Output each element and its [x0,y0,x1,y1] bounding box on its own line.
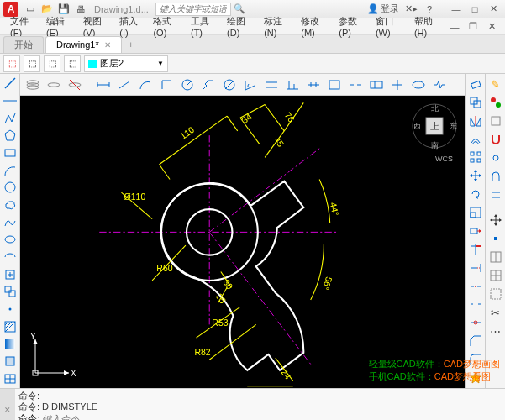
magnet-tool[interactable] [487,131,504,148]
menu-help[interactable]: 帮助(H) [409,13,445,39]
chamfer-tool[interactable] [467,333,484,349]
hatch-tool[interactable] [2,318,18,334]
stretch-tool[interactable] [467,223,484,239]
constraint-tool[interactable] [487,186,504,203]
region-tool[interactable] [2,354,18,370]
menu-draw[interactable]: 绘图(D) [222,13,257,39]
maximize-button[interactable]: □ [466,3,483,16]
dim-arc-button[interactable] [136,76,155,94]
inspection-button[interactable] [409,76,428,94]
point-tool[interactable] [2,302,18,318]
polygon-tool[interactable] [2,128,18,144]
view-cube[interactable]: 上 北 南 东 西 [411,102,458,150]
layer-states-button[interactable]: ⬚ [24,55,40,72]
center-mark-button[interactable] [388,76,407,94]
offset-tool[interactable] [467,131,484,148]
dim-radius-button[interactable] [178,76,197,94]
break-at-point-tool[interactable] [467,278,484,295]
close-button[interactable]: ✕ [485,3,502,16]
rotate-tool[interactable] [467,186,484,202]
table-tool[interactable] [2,370,18,386]
extend-tool[interactable] [467,260,484,276]
dim-break-button[interactable] [346,76,365,94]
properties-tool[interactable] [487,94,504,111]
minimize-button[interactable]: — [448,3,465,16]
layer-properties-button[interactable]: ⬚ [3,55,20,72]
horseshoe-tool[interactable] [487,168,504,185]
select-tool[interactable] [487,286,504,302]
dim-ordinate-button[interactable] [157,76,176,94]
construction-line-tool[interactable] [2,93,18,109]
dim-baseline-button[interactable] [283,76,302,94]
circle-tool[interactable] [2,180,18,196]
insert-block-tool[interactable] [2,266,18,282]
tab-add-button[interactable]: + [124,37,139,52]
layout-tool[interactable] [487,249,504,265]
command-handle[interactable]: ⋮✕ [0,389,15,420]
dim-56deg: 56° [321,276,334,291]
layer-prev-button[interactable]: ⬚ [64,55,81,72]
explode-tool[interactable] [467,370,484,386]
tab-start[interactable]: 开始 [3,36,44,53]
line-tool[interactable] [2,76,18,92]
grip-tool[interactable] [487,230,504,247]
dim-quick-button[interactable] [262,76,281,94]
menu-format[interactable]: 格式(O) [148,13,184,39]
dim-jogged-button[interactable] [199,76,218,94]
gradient-tool[interactable] [2,336,18,352]
menu-window[interactable]: 窗口(W) [371,13,408,39]
more-tool[interactable]: ⋯ [487,323,504,339]
dim-space-button[interactable] [325,76,344,94]
ellipse-arc-tool[interactable] [2,249,18,265]
layer-freeze-button[interactable] [66,76,84,94]
grid-tool[interactable] [487,267,504,284]
fillet-tool[interactable] [467,351,484,368]
copy-tool[interactable] [467,94,484,111]
doc-close-button[interactable]: ✕ [483,20,500,34]
tab-drawing1[interactable]: Drawing1*✕ [45,36,122,53]
layer-manager-button[interactable] [24,76,42,94]
dim-angular-button[interactable] [241,76,260,94]
doc-restore-button[interactable]: ❐ [465,20,481,34]
arc-tool[interactable] [2,162,18,178]
pencil-tool[interactable]: ✎ [487,76,504,92]
drawing-canvas[interactable]: Ø110 110 34 76 45 44° 56° R60 30 25 R53 … [20,96,465,388]
dim-aligned-button[interactable] [115,76,134,94]
command-input[interactable] [42,414,502,421]
doc-minimize-button[interactable]: — [446,20,463,34]
move-tool[interactable] [467,167,484,184]
revision-cloud-tool[interactable] [2,197,18,213]
tolerance-button[interactable] [367,76,386,94]
trim-tool[interactable] [467,241,484,258]
move-tool-2[interactable] [487,212,504,228]
tab-close-icon[interactable]: ✕ [104,40,111,50]
menu-modify[interactable]: 修改(M) [296,13,332,39]
join-tool[interactable] [467,314,484,331]
layers-tool[interactable] [487,113,504,129]
dim-diameter-button[interactable] [220,76,239,94]
ellipse-tool[interactable] [2,232,18,248]
layer-off-button[interactable] [45,76,63,94]
dim-continue-button[interactable] [304,76,323,94]
menu-dim[interactable]: 标注(N) [259,13,294,39]
array-tool[interactable] [467,150,484,166]
menu-param[interactable]: 参数(P) [334,13,369,39]
mirror-tool[interactable] [467,113,484,129]
svg-rect-45 [329,81,339,89]
break-tool[interactable] [467,297,484,313]
cut-tool[interactable]: ✂ [487,304,504,321]
spline-tool[interactable] [2,214,18,230]
menu-tools[interactable]: 工具(T) [186,13,220,39]
dim-linear-button[interactable] [94,76,113,94]
layer-combo[interactable]: 图层2 ▼ [84,55,168,72]
scale-tool[interactable] [467,204,484,221]
make-block-tool[interactable] [2,284,18,300]
erase-tool[interactable] [467,76,484,92]
jog-line-button[interactable] [430,76,449,94]
link-tool[interactable] [487,150,504,166]
svg-rect-16 [5,339,15,349]
svg-marker-93 [476,118,481,126]
polyline-tool[interactable] [2,110,18,126]
layer-iso-button[interactable]: ⬚ [44,55,60,72]
rectangle-tool[interactable] [2,145,18,161]
